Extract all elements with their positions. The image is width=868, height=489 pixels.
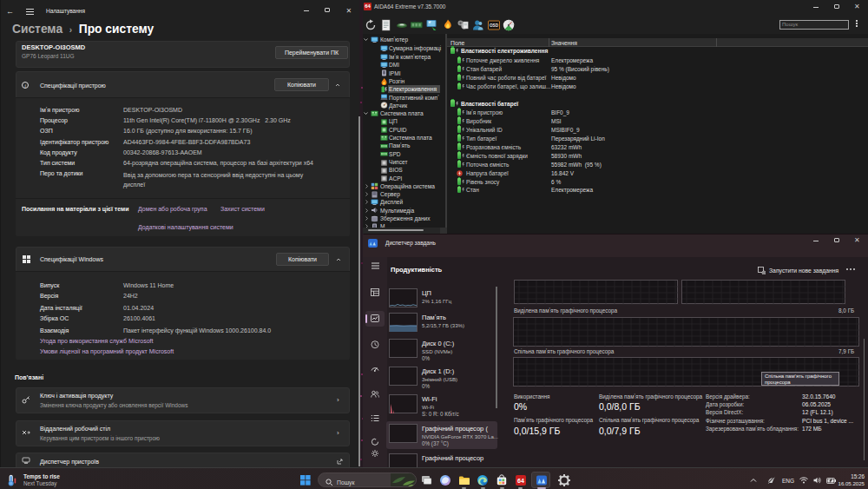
svg-text:64: 64: [517, 478, 524, 484]
svg-text:OSD: OSD: [490, 23, 499, 28]
